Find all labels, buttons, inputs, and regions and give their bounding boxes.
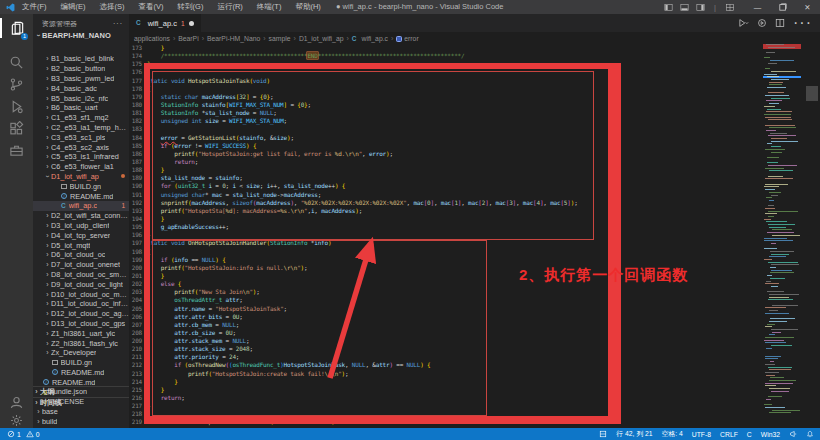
code-line[interactable]: 188 } (129, 166, 763, 174)
line-number[interactable]: 175 (129, 60, 147, 68)
code-line[interactable]: 207 attr.cb_mem = NULL; (129, 321, 763, 329)
tree-item-d12-iot-cloud-oc-agriculture[interactable]: ›D12_iot_cloud_oc_agriculture (33, 309, 129, 319)
code-line[interactable]: 190 for (uint32_t i = 0; i < size; i++, … (129, 182, 763, 190)
notifications-bell-icon[interactable] (806, 430, 814, 438)
line-number[interactable]: 187 (129, 158, 147, 166)
feedback-icon[interactable] (789, 430, 797, 438)
line-number[interactable]: 195 (129, 223, 147, 231)
line-number[interactable]: 183 (129, 125, 147, 133)
line-number[interactable]: 179 (129, 93, 147, 101)
code-line[interactable]: 196} (129, 231, 763, 239)
tree-item-d3-iot-udp-client[interactable]: ›D3_iot_udp_client (33, 221, 129, 231)
line-number[interactable]: 188 (129, 166, 147, 174)
tree-item-readme-md[interactable]: iREADME.md (33, 368, 129, 378)
code-line[interactable]: 208 attr.cb_size = 0U; (129, 329, 763, 337)
menu-item[interactable]: 转到(G) (178, 2, 204, 12)
breadcrumb-item[interactable]: BearPi-HM_Nano (207, 35, 260, 42)
scrollbar[interactable] (801, 44, 820, 428)
code-line[interactable]: 210 attr.stack_size = 2048; (129, 345, 763, 353)
tree-item-c4-e53-sc2-axis[interactable]: ›C4_e53_sc2_axis (33, 142, 129, 152)
code-line[interactable]: 192 snprintf(macAddress, sizeof(macAddre… (129, 199, 763, 207)
line-number[interactable]: 197 (129, 239, 147, 247)
code-line[interactable]: 187 return; (129, 158, 763, 166)
line-number[interactable]: 207 (129, 321, 147, 329)
tree-item-d2-iot-wifi-sta-connect[interactable]: ›D2_iot_wifi_sta_connect (33, 211, 129, 221)
breadcrumb-item[interactable]: error (396, 35, 418, 42)
code-line[interactable]: 215 } (129, 386, 763, 394)
code-line[interactable]: 189 sta_list_node = stainfo; (129, 174, 763, 182)
code-line[interactable]: 181 StationInfo *sta_list_node = NULL; (129, 109, 763, 117)
explorer-actions-icon[interactable]: ··· (113, 16, 123, 28)
code-line[interactable]: 201 } (129, 272, 763, 280)
tree-item-z1-hi3861-uart-ylc[interactable]: ›Z1_hi3861_uart_ylc (33, 328, 129, 338)
tree-item-d4-iot-tcp-server[interactable]: ›D4_iot_tcp_server (33, 230, 129, 240)
line-number[interactable]: 191 (129, 191, 147, 199)
minimap[interactable] (763, 44, 801, 428)
tree-item-d9-iot-cloud-oc-light[interactable]: ›D9_iot_cloud_oc_light (33, 279, 129, 289)
tree-item-d8-iot-cloud-oc-smoke[interactable]: ›D8_iot_cloud_oc_smoke (33, 270, 129, 280)
line-number[interactable]: 200 (129, 264, 147, 272)
account-icon[interactable] (0, 392, 33, 412)
tree-item-wifi-ap-c[interactable]: Cwifi_ap.c1 (33, 201, 129, 211)
tree-item-c2-e53-ia1-temp-humi-pls[interactable]: ›C2_e53_ia1_temp_humi_pls (33, 123, 129, 133)
menu-item[interactable]: 文件(F) (22, 2, 47, 12)
tree-item-c5-e53-is1-infrared[interactable]: ›C5_e53_is1_infrared (33, 152, 129, 162)
line-number[interactable]: 177 (129, 77, 147, 85)
line-number[interactable]: 206 (129, 313, 147, 321)
tree-item-d13-iot-cloud-oc-gps[interactable]: ›D13_iot_cloud_oc_gps (33, 319, 129, 329)
menu-item[interactable]: 帮助(H) (295, 2, 320, 12)
code-line[interactable]: 182 unsigned int size = WIFI_MAX_STA_NUM… (129, 117, 763, 125)
code-line[interactable]: 213 printf("HotspotStaJoin:create task f… (129, 370, 763, 378)
code-line[interactable]: 206 attr.attr_bits = 0U; (129, 313, 763, 321)
breadcrumb-item[interactable]: D1_iot_wifi_ap (299, 35, 344, 42)
line-number[interactable]: 190 (129, 182, 147, 190)
tree-item-build[interactable]: ›build (33, 416, 129, 426)
tree-item-base[interactable]: ›base (33, 407, 129, 417)
status-layout-icon[interactable] (599, 430, 607, 438)
workspace-section-header[interactable]: › BEARPI-HM_NANO (33, 29, 129, 41)
indentation-setting[interactable]: 空格: 4 (662, 429, 683, 439)
problems-indicator[interactable]: 1 0 (7, 430, 40, 438)
code-line[interactable]: 216 return; (129, 394, 763, 402)
code-line[interactable]: 177static void HotspotStaJoinTask(void) (129, 77, 763, 85)
code-line[interactable]: 184 error = GetStationList(stainfo, &siz… (129, 134, 763, 142)
breadcrumb-item[interactable]: sample (269, 35, 291, 42)
run-or-debug-icon[interactable] (757, 18, 767, 28)
menu-item[interactable]: 编辑(E) (61, 2, 86, 12)
code-line[interactable]: 203 printf("New Sta Join\n"); (129, 288, 763, 296)
close-window-button[interactable]: ✕ (795, 0, 820, 14)
menu-item[interactable]: 查看(V) (139, 2, 164, 12)
code-line[interactable]: 180 StationInfo stainfo[WIFI_MAX_STA_NUM… (129, 101, 763, 109)
line-number[interactable]: 173 (129, 44, 147, 52)
code-editor[interactable]: 173 }174 /******************************… (129, 44, 763, 428)
code-line[interactable]: 183 (129, 125, 763, 133)
line-number[interactable]: 208 (129, 329, 147, 337)
line-number[interactable]: 204 (129, 296, 147, 304)
tree-item-d6-iot-cloud-oc[interactable]: ›D6_iot_cloud_oc (33, 250, 129, 260)
explorer-icon[interactable]: 1 (0, 18, 33, 38)
code-line[interactable]: 219static void OnHotspotStaLeaveHandler(… (129, 418, 763, 426)
tree-item-c1-e53-sf1-mq2[interactable]: ›C1_e53_sf1_mq2 (33, 113, 129, 123)
code-line[interactable]: 185 if (error != WIFI_SUCCESS) { (129, 142, 763, 150)
tree-item-b6-basic-uart[interactable]: ›B6_basic_uart (33, 103, 129, 113)
eol-setting[interactable]: CRLF (720, 431, 738, 438)
breadcrumb-item[interactable]: Cwifi_ap.c (352, 35, 388, 42)
tree-item-build-gn[interactable]: BUILD.gn (33, 181, 129, 191)
line-number[interactable]: 186 (129, 150, 147, 158)
line-number[interactable]: 217 (129, 402, 147, 410)
line-number[interactable]: 211 (129, 353, 147, 361)
toggle-sidebar-icon[interactable] (664, 3, 673, 12)
tree-item-d7-iot-cloud-onenet[interactable]: ›D7_iot_cloud_onenet (33, 260, 129, 270)
line-number[interactable]: 178 (129, 85, 147, 93)
scrollbar-thumb[interactable] (806, 86, 818, 101)
source-control-icon[interactable] (0, 74, 33, 94)
tree-item-c6-e53-flower-ia1[interactable]: ›C6_e53_flower_ia1 (33, 162, 129, 172)
platform-configuration[interactable]: Win32 (761, 431, 780, 438)
tab-wifi-ap-c[interactable]: C wifi_ap.c 1 (129, 14, 202, 32)
code-line[interactable]: 174 /***********************************… (129, 52, 763, 60)
line-number[interactable]: 189 (129, 174, 147, 182)
code-line[interactable]: 197static void OnHotspotStaJoinHandler(S… (129, 239, 763, 247)
line-number[interactable]: 184 (129, 134, 147, 142)
code-line[interactable]: 178{ (129, 85, 763, 93)
encoding-setting[interactable]: UTF-8 (692, 431, 711, 438)
